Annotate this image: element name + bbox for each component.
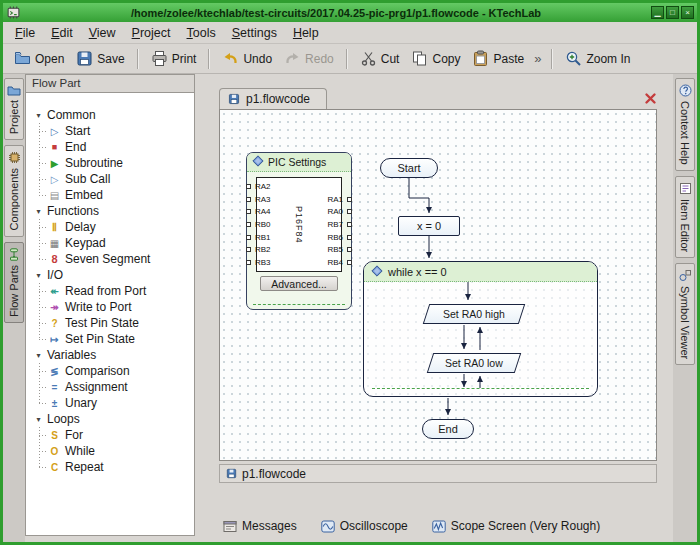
dock-tab-item-editor[interactable]: Item Editor — [675, 176, 695, 258]
tree-group-io[interactable]: ▾ I/O — [34, 267, 190, 283]
unary-icon: ± — [48, 397, 61, 410]
maximize-button[interactable]: □ — [666, 6, 679, 19]
tree-group-common[interactable]: ▾ Common — [34, 107, 190, 123]
tree-item-sub-call[interactable]: ▷ Sub Call — [48, 171, 190, 187]
close-document-button[interactable] — [644, 92, 657, 105]
while-loop-container[interactable]: while x == 0 — [363, 261, 598, 397]
flowchart-assignment-node[interactable]: x = 0 — [398, 216, 460, 236]
menu-file[interactable]: File — [7, 24, 43, 42]
tree-group-loops[interactable]: ▾ Loops — [34, 411, 190, 427]
set-high-node-label: Set RA0 high — [443, 308, 505, 320]
pin-pad-icon — [246, 247, 251, 252]
while-condition-label: while x == 0 — [388, 266, 447, 278]
collapse-arrow-icon[interactable]: ▾ — [34, 207, 43, 216]
undo-label: Undo — [243, 52, 272, 66]
sub-call-icon: ▷ — [48, 173, 61, 186]
tree-item-write-to-port[interactable]: ↠ Write to Port — [48, 299, 190, 315]
titlebar[interactable]: /home/zolee/ktechlab/test-circuits/2017.… — [3, 3, 697, 22]
toolbar-overflow-chevron[interactable]: » — [531, 51, 544, 66]
chip-pin: RB0 — [259, 218, 283, 231]
symbol-viewer-icon — [679, 269, 692, 282]
dock-tab-label: Project — [8, 100, 20, 134]
zoom-in-label: Zoom In — [586, 52, 630, 66]
dock-tab-symbol-viewer[interactable]: Symbol Viewer — [675, 263, 695, 365]
dock-tab-flow-parts[interactable]: Flow Parts — [4, 242, 24, 323]
undo-button[interactable]: Undo — [217, 47, 277, 70]
paste-button[interactable]: Paste — [467, 47, 529, 70]
oscilloscope-toggle[interactable]: Oscilloscope — [315, 516, 414, 536]
for-icon: S — [48, 429, 61, 442]
tree-item-delay[interactable]: Ⅱ Delay — [48, 219, 190, 235]
open-button[interactable]: Open — [9, 47, 69, 70]
tree-item-repeat[interactable]: C Repeat — [48, 459, 190, 475]
tree-item-embed[interactable]: ▤ Embed — [48, 187, 190, 203]
left-dock-strip: Project Components Flow Parts — [3, 74, 25, 542]
menu-tools[interactable]: Tools — [179, 24, 224, 42]
assignment-node-label: x = 0 — [417, 220, 441, 232]
copy-button[interactable]: Copy — [406, 47, 465, 70]
messages-label: Messages — [242, 519, 297, 533]
ktechlab-window: /home/zolee/ktechlab/test-circuits/2017.… — [0, 0, 700, 545]
chip-pin: RA4 — [259, 205, 283, 218]
pic-settings-part[interactable]: PIC Settings RA2 RA3 RA4 RB0 RB1 RB2 RB3 — [246, 152, 352, 310]
flowchart-set-ra0-low-node[interactable]: Set RA0 low — [427, 353, 521, 373]
flowchart-end-node[interactable]: End — [422, 419, 474, 439]
tree-group-variables[interactable]: ▾ Variables — [34, 347, 190, 363]
tree-item-read-from-port[interactable]: ↞ Read from Port — [48, 283, 190, 299]
close-button[interactable]: × — [681, 6, 694, 19]
menu-edit[interactable]: Edit — [43, 24, 81, 42]
tree-item-for[interactable]: S For — [48, 427, 190, 443]
tree-item-label: Read from Port — [65, 284, 146, 298]
menu-project[interactable]: Project — [124, 24, 179, 42]
window-title: /home/zolee/ktechlab/test-circuits/2017.… — [25, 7, 647, 19]
menu-help[interactable]: Help — [285, 24, 327, 42]
scope-screen-toggle[interactable]: Scope Screen (Very Rough) — [426, 516, 606, 536]
tree-item-while[interactable]: O While — [48, 443, 190, 459]
save-button[interactable]: Save — [71, 47, 129, 70]
zoom-in-button[interactable]: Zoom In — [560, 47, 635, 70]
cut-button[interactable]: Cut — [355, 47, 405, 70]
dock-tab-components[interactable]: Components — [4, 145, 24, 236]
tree-item-test-pin-state[interactable]: ? Test Pin State — [48, 315, 190, 331]
tree-group-functions[interactable]: ▾ Functions — [34, 203, 190, 219]
pin-pad-icon — [246, 184, 251, 189]
flowchart-set-ra0-high-node[interactable]: Set RA0 high — [423, 304, 525, 324]
tree-item-comparison[interactable]: ≶ Comparison — [48, 363, 190, 379]
pic-chip[interactable]: RA2 RA3 RA4 RB0 RB1 RB2 RB3 P16F84 — [256, 177, 342, 272]
flowcode-canvas[interactable]: PIC Settings RA2 RA3 RA4 RB0 RB1 RB2 RB3 — [219, 109, 657, 461]
tree-item-end[interactable]: ■ End — [48, 139, 190, 155]
flowchart-start-node[interactable]: Start — [380, 158, 438, 178]
document-tab-p1-flowcode[interactable]: p1.flowcode — [219, 88, 327, 109]
print-button[interactable]: Print — [146, 47, 202, 70]
floppy-icon — [76, 50, 93, 67]
subroutine-icon: ▶ — [48, 157, 61, 170]
collapse-arrow-icon[interactable]: ▾ — [34, 415, 43, 424]
pin-pad-icon — [347, 197, 352, 202]
collapse-arrow-icon[interactable]: ▾ — [34, 351, 43, 360]
toolbar-separator — [208, 49, 210, 69]
tree-item-assignment[interactable]: = Assignment — [48, 379, 190, 395]
dock-tab-context-help[interactable]: Context Help — [675, 78, 695, 171]
tree-item-set-pin-state[interactable]: ↦ Set Pin State — [48, 331, 190, 347]
advanced-button[interactable]: Advanced... — [260, 276, 338, 291]
pin-pad-icon — [347, 222, 352, 227]
collapse-arrow-icon[interactable]: ▾ — [34, 271, 43, 280]
menu-settings[interactable]: Settings — [224, 24, 285, 42]
tree-group-label: Loops — [47, 412, 80, 426]
chip-left-pins: RA2 RA3 RA4 RB0 RB1 RB2 RB3 — [259, 180, 283, 269]
minimize-button[interactable]: ▁ — [651, 6, 664, 19]
tree-item-unary[interactable]: ± Unary — [48, 395, 190, 411]
tree-item-start[interactable]: ▷ Start — [48, 123, 190, 139]
menu-view[interactable]: View — [81, 24, 124, 42]
pin-pad-icon — [246, 260, 251, 265]
diamond-icon — [371, 265, 383, 279]
collapse-arrow-icon[interactable]: ▾ — [34, 111, 43, 120]
dock-tab-project[interactable]: Project — [4, 78, 24, 140]
start-icon: ▷ — [48, 125, 61, 138]
tree-item-subroutine[interactable]: ▶ Subroutine — [48, 155, 190, 171]
redo-button[interactable]: Redo — [279, 47, 339, 70]
chip-pin: RB1 — [259, 231, 283, 244]
tree-item-keypad[interactable]: ▦ Keypad — [48, 235, 190, 251]
messages-toggle[interactable]: Messages — [217, 516, 303, 536]
tree-item-seven-segment[interactable]: 8 Seven Segment — [48, 251, 190, 267]
